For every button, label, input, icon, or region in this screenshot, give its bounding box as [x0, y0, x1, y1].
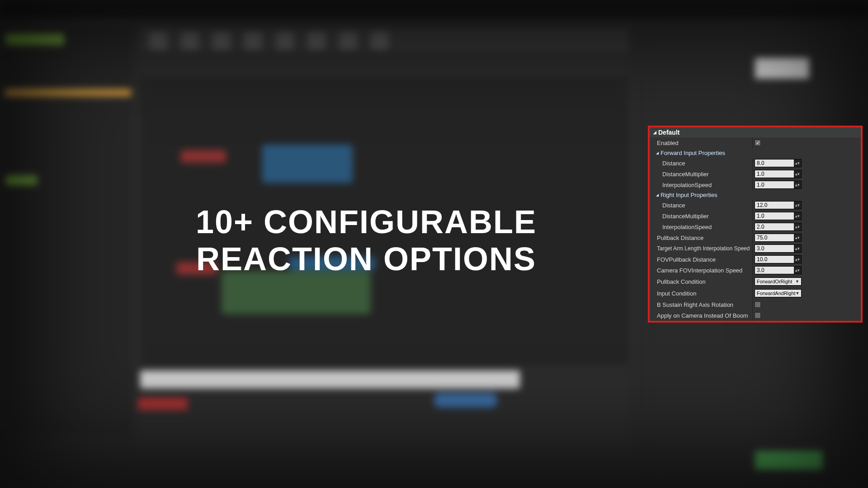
- input-pullback-distance[interactable]: 75.0 ▴▾: [755, 234, 802, 242]
- value-fwd-multiplier: 1.0: [755, 171, 794, 177]
- value-pullback-condition: ForwardOrRight: [757, 279, 792, 284]
- label-apply-camera: Apply on Camera Instead Of Boom: [650, 310, 753, 321]
- input-right-distance[interactable]: 12.0 ▴▾: [755, 201, 802, 209]
- row-sustain: B Sustain Right Axis Rotation: [650, 299, 861, 310]
- row-right-distance: Distance 12.0 ▴▾: [650, 200, 861, 211]
- row-fwd-interp: InterpolationSpeed 1.0 ▴▾: [650, 179, 861, 190]
- label-enabled: Enabled: [650, 137, 753, 148]
- input-camera-fov[interactable]: 3.0 ▴▾: [755, 266, 802, 274]
- row-fov-pullback: FOVPullback Distance 10.0 ▴▾: [650, 254, 861, 265]
- spinner-icon[interactable]: ▴▾: [794, 160, 801, 167]
- value-camera-fov: 3.0: [755, 267, 794, 273]
- right-input-header[interactable]: Right Input Properties: [650, 190, 861, 200]
- label-camera-fov: Camera FOVInterpolation Speed: [650, 265, 753, 276]
- value-input-condition: ForwardAndRight: [757, 291, 796, 296]
- spinner-icon[interactable]: ▴▾: [794, 181, 801, 188]
- input-right-multiplier[interactable]: 1.0 ▴▾: [755, 212, 802, 220]
- spinner-icon[interactable]: ▴▾: [794, 245, 801, 252]
- row-camera-fov: Camera FOVInterpolation Speed 3.0 ▴▾: [650, 265, 861, 276]
- spinner-icon[interactable]: ▴▾: [794, 212, 801, 220]
- value-pullback-distance: 75.0: [755, 235, 794, 241]
- value-fov-pullback: 10.0: [755, 256, 794, 263]
- input-fwd-multiplier[interactable]: 1.0 ▴▾: [755, 170, 802, 178]
- value-target-arm: 3.0: [755, 245, 794, 252]
- label-pullback-distance: Pullback Distance: [650, 232, 753, 243]
- label-sustain: B Sustain Right Axis Rotation: [650, 299, 753, 310]
- spinner-icon[interactable]: ▴▾: [794, 170, 801, 178]
- value-fwd-distance: 8.0: [755, 160, 794, 166]
- checkbox-enabled[interactable]: [755, 140, 761, 146]
- input-fwd-distance[interactable]: 8.0 ▴▾: [755, 159, 802, 167]
- dropdown-input-condition[interactable]: ForwardAndRight: [755, 289, 802, 297]
- section-default-header[interactable]: Default: [650, 127, 861, 137]
- details-panel: Default Enabled Forward Input Properties…: [648, 126, 863, 323]
- row-fwd-distance: Distance 8.0 ▴▾: [650, 158, 861, 169]
- spinner-icon[interactable]: ▴▾: [794, 202, 801, 209]
- label-pullback-condition: Pullback Condition: [650, 276, 753, 287]
- input-target-arm[interactable]: 3.0 ▴▾: [755, 244, 802, 253]
- row-right-interp: InterpolationSpeed 2.0 ▴▾: [650, 221, 861, 232]
- label-input-condition: Input Condition: [650, 287, 753, 299]
- input-fwd-interp[interactable]: 1.0 ▴▾: [755, 181, 802, 189]
- label-right-distance: Distance: [650, 200, 753, 211]
- section-default-label: Default: [658, 129, 679, 136]
- row-enabled: Enabled: [650, 137, 861, 148]
- value-right-multiplier: 1.0: [755, 213, 794, 219]
- value-right-distance: 12.0: [755, 202, 794, 208]
- checkbox-apply-camera[interactable]: [755, 312, 761, 319]
- label-fwd-distance: Distance: [650, 158, 753, 169]
- row-target-arm: Target Arm Length Interpolation Speed 3.…: [650, 243, 861, 254]
- dropdown-pullback-condition[interactable]: ForwardOrRight: [755, 277, 802, 286]
- row-pullback-condition: Pullback Condition ForwardOrRight: [650, 276, 861, 287]
- value-fwd-interp: 1.0: [755, 182, 794, 188]
- label-fov-pullback: FOVPullback Distance: [650, 254, 753, 265]
- label-right-interp: InterpolationSpeed: [650, 221, 753, 232]
- checkbox-sustain[interactable]: [755, 301, 761, 308]
- input-right-interp[interactable]: 2.0 ▴▾: [755, 223, 802, 231]
- marketing-title: 10+ Configurable Reaction Options: [158, 203, 574, 277]
- label-right-multiplier: DistanceMultiplier: [650, 211, 753, 221]
- right-input-label: Right Input Properties: [660, 192, 717, 198]
- value-right-interp: 2.0: [755, 224, 794, 230]
- forward-input-label: Forward Input Properties: [660, 150, 725, 156]
- spinner-icon[interactable]: ▴▾: [794, 234, 801, 241]
- input-fov-pullback[interactable]: 10.0 ▴▾: [755, 255, 802, 263]
- row-apply-camera: Apply on Camera Instead Of Boom: [650, 310, 861, 321]
- label-target-arm: Target Arm Length Interpolation Speed: [650, 243, 753, 254]
- row-fwd-multiplier: DistanceMultiplier 1.0 ▴▾: [650, 169, 861, 179]
- spinner-icon[interactable]: ▴▾: [794, 223, 801, 230]
- forward-input-header[interactable]: Forward Input Properties: [650, 148, 861, 158]
- label-fwd-interp: InterpolationSpeed: [650, 179, 753, 190]
- spinner-icon[interactable]: ▴▾: [794, 256, 801, 263]
- label-fwd-multiplier: DistanceMultiplier: [650, 169, 753, 179]
- spinner-icon[interactable]: ▴▾: [794, 267, 801, 274]
- row-pullback-distance: Pullback Distance 75.0 ▴▾: [650, 232, 861, 243]
- row-right-multiplier: DistanceMultiplier 1.0 ▴▾: [650, 211, 861, 221]
- row-input-condition: Input Condition ForwardAndRight: [650, 287, 861, 299]
